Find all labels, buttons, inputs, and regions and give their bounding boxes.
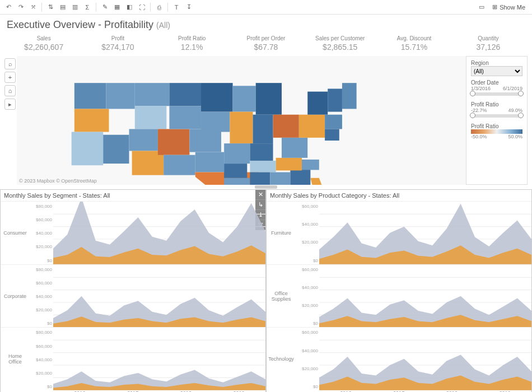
svg-rect-34	[302, 160, 319, 170]
svg-rect-17	[201, 83, 233, 111]
map-controls: ⌕ + ⌂ ▸	[4, 56, 17, 185]
plot-area[interactable]	[53, 328, 265, 390]
align-x-icon[interactable]: T	[171, 2, 181, 12]
plot-area[interactable]	[53, 265, 265, 328]
map-home-icon[interactable]: ⌂	[4, 85, 16, 96]
plot-area[interactable]	[319, 265, 531, 328]
pivot-icon[interactable]: ⤱	[28, 2, 38, 12]
map-attribution: © 2023 Mapbox © OpenStreetMap	[19, 178, 97, 184]
y-axis: $60,000$40,000$20,000$0	[296, 328, 319, 390]
panel-category: Monthly Sales by Product Category - Stat…	[266, 189, 532, 392]
svg-rect-9	[158, 129, 190, 155]
svg-rect-40	[325, 115, 342, 129]
totals-icon[interactable]: Σ	[82, 2, 92, 12]
align-y-icon[interactable]: ↧	[184, 2, 194, 12]
map-play-icon[interactable]: ▸	[4, 99, 16, 110]
plot-area[interactable]	[319, 202, 531, 264]
title-row: Executive Overview - Profitability (All)	[0, 15, 532, 33]
profitratio-slider[interactable]	[471, 114, 522, 118]
svg-rect-41	[325, 129, 339, 141]
y-axis: $80,000$60,000$40,000$20,000$0	[30, 202, 53, 264]
orderdate-slider[interactable]	[471, 92, 522, 96]
svg-marker-32	[310, 178, 328, 185]
region-select[interactable]: (All)	[471, 66, 522, 76]
svg-rect-36	[299, 115, 325, 138]
row-label: Office Supplies	[267, 265, 296, 328]
svg-rect-27	[224, 164, 247, 178]
map-search-icon[interactable]: ⌕	[4, 58, 16, 69]
showme-button[interactable]: ⊞ Show Me	[489, 2, 529, 12]
row-label: Furniture	[267, 202, 296, 264]
map-area: ⌕ + ⌂ ▸	[0, 56, 532, 185]
kpi-row: Sales$2,260,607 Profit$274,170 Profit Ra…	[0, 33, 532, 56]
sort-asc-icon[interactable]: ▤	[58, 2, 68, 12]
labels-icon[interactable]: ◧	[124, 2, 134, 12]
svg-rect-35	[282, 138, 307, 158]
legend-panel: Region (All) Order Date 1/3/20166/1/2019…	[466, 56, 528, 185]
orderdate-label: Order Date	[471, 80, 522, 86]
fit-icon[interactable]: ⛶	[137, 2, 147, 12]
panel-segment-title: Monthly Sales by Segment - States: All	[1, 190, 265, 202]
subchart: Office Supplies$60,000$40,000$20,000$0	[267, 265, 531, 328]
plot-area[interactable]	[53, 202, 265, 264]
row-label: Home Office	[1, 328, 30, 390]
svg-rect-13	[189, 129, 221, 152]
panel-segment: Monthly Sales by Segment - States: All ✕…	[0, 189, 266, 392]
charts-row: Monthly Sales by Segment - States: All ✕…	[0, 189, 532, 392]
svg-rect-2	[72, 132, 104, 166]
color-max: 50.0%	[508, 134, 522, 139]
pane-divider[interactable]	[0, 185, 532, 189]
colorlegend-label: Profit Ratio	[471, 123, 522, 129]
svg-rect-37	[307, 92, 328, 115]
panel-category-title: Monthly Sales by Product Category - Stat…	[267, 190, 531, 202]
subchart: Consumer$80,000$60,000$40,000$20,000$0	[1, 202, 265, 265]
svg-rect-29	[250, 172, 270, 185]
svg-rect-3	[103, 135, 129, 164]
svg-rect-25	[250, 143, 273, 161]
svg-rect-28	[224, 178, 250, 185]
row-label: Consumer	[1, 202, 30, 264]
sort-desc-icon[interactable]: ▥	[70, 2, 80, 12]
svg-rect-30	[270, 172, 290, 185]
svg-rect-24	[224, 143, 250, 164]
svg-rect-0	[74, 83, 106, 109]
svg-rect-22	[253, 115, 273, 143]
map-canvas[interactable]: © 2023 Mapbox © OpenStreetMap	[17, 56, 466, 185]
color-min: -50.0%	[471, 134, 487, 139]
toolbar: ↶ ↷ ⤱ ⇅ ▤ ▥ Σ ✎ ▦ ◧ ⛶ ⎙ T ↧ ▭ ⊞ Show Me	[0, 0, 532, 15]
svg-rect-20	[201, 112, 230, 132]
svg-rect-26	[250, 161, 276, 172]
svg-rect-31	[290, 169, 310, 185]
undo-icon[interactable]: ↶	[3, 2, 13, 12]
svg-rect-18	[233, 86, 256, 111]
pin-icon[interactable]: ⎙	[154, 2, 164, 12]
format-icon[interactable]: ▦	[112, 2, 122, 12]
us-map	[17, 56, 466, 185]
svg-rect-11	[169, 83, 201, 106]
y-axis: $60,000$40,000$20,000$0	[296, 202, 319, 264]
kpi-sales: Sales$2,260,607	[7, 35, 81, 52]
profitratio-label: Profit Ratio	[471, 101, 522, 108]
color-legend-bar	[471, 129, 522, 134]
plot-area[interactable]	[319, 328, 531, 390]
region-label: Region	[471, 60, 522, 66]
svg-rect-10	[164, 155, 195, 175]
kpi-avg-discount: Avg. Discount15.71%	[377, 35, 451, 52]
y-axis: $60,000$40,000$20,000$0	[296, 265, 319, 328]
map-zoomin-icon[interactable]: +	[4, 72, 16, 83]
highlight-icon[interactable]: ✎	[100, 2, 110, 12]
svg-rect-5	[135, 83, 170, 106]
row-label: Technology	[267, 328, 296, 390]
subchart: Technology$60,000$40,000$20,000$0	[267, 328, 531, 390]
presentation-icon[interactable]: ▭	[477, 2, 487, 12]
swap-icon[interactable]: ⇅	[45, 2, 55, 12]
kpi-profit-ratio: Profit Ratio12.1%	[155, 35, 229, 52]
kpi-profit: Profit$274,170	[81, 35, 155, 52]
svg-rect-4	[106, 83, 134, 109]
svg-rect-12	[169, 106, 201, 129]
svg-rect-7	[129, 129, 158, 151]
close-icon[interactable]: ✕	[255, 190, 265, 200]
orderdate-min: 1/3/2016	[471, 86, 491, 91]
subchart: Corporate$80,000$60,000$40,000$20,000$0	[1, 265, 265, 328]
redo-icon[interactable]: ↷	[16, 2, 26, 12]
